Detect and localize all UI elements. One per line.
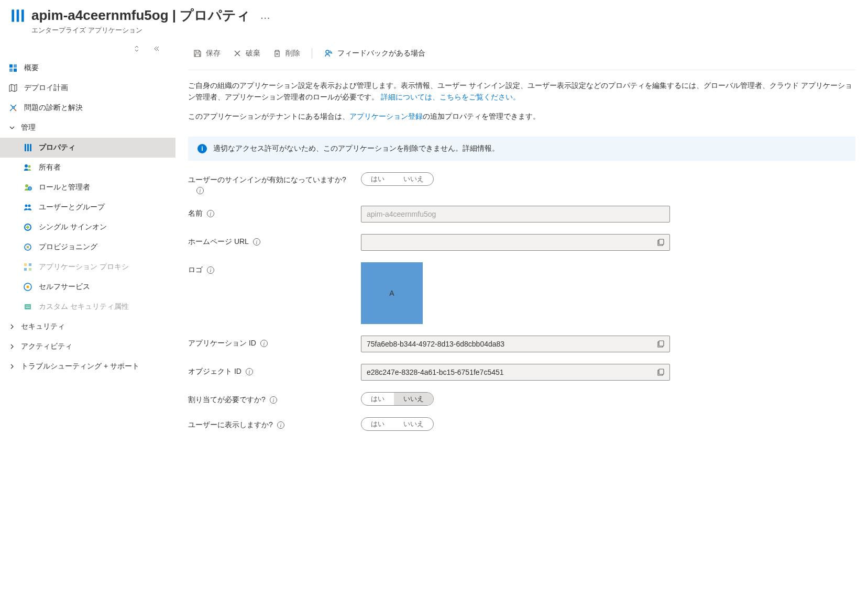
map-icon	[8, 83, 18, 93]
assignment-toggle: はい いいえ	[361, 392, 434, 406]
delete-button[interactable]: 削除	[268, 46, 305, 61]
sidebar-item-self-service[interactable]: セルフサービス	[0, 277, 175, 297]
sidebar-item-label: ロールと管理者	[39, 183, 90, 192]
info-icon[interactable]: i	[246, 368, 253, 375]
feedback-button[interactable]: フィードバックがある場合	[318, 46, 431, 61]
copy-button[interactable]	[654, 365, 668, 379]
properties-form: ユーザーのサインインが有効になっていますか? i はい いいえ 名前	[188, 172, 855, 431]
discard-button[interactable]: 破棄	[228, 46, 266, 61]
svg-rect-27	[26, 307, 30, 308]
sidebar-item-label: ユーザーとグループ	[39, 203, 105, 212]
sidebar-item-owners[interactable]: 所有者	[0, 158, 175, 177]
sidebar-group-manage[interactable]: 管理	[0, 118, 175, 138]
sidebar: 概要 デプロイ計画 問題の診断と解決 管理	[0, 39, 175, 590]
sidebar-group-security[interactable]: セキュリティ	[0, 317, 175, 337]
app-icon	[10, 8, 25, 23]
sidebar-item-label: プロパティ	[39, 143, 75, 152]
svg-rect-21	[24, 268, 27, 271]
sso-icon	[23, 222, 32, 232]
svg-rect-4	[14, 64, 17, 68]
sidebar-item-custom-security: カスタム セキュリティ属性	[0, 297, 175, 317]
sort-icon[interactable]	[134, 46, 140, 52]
sidebar-item-sso[interactable]: シングル サインオン	[0, 217, 175, 237]
svg-rect-26	[26, 306, 30, 306]
homepage-input[interactable]	[361, 234, 670, 251]
description-text: ご自身の組織のアプリケーション設定を表示および管理します。表示情報、ユーザー サ…	[188, 70, 855, 103]
svg-rect-0	[12, 9, 14, 21]
info-icon[interactable]: i	[207, 210, 214, 217]
trash-icon	[273, 49, 281, 58]
sidebar-item-deploy-plan[interactable]: デプロイ計画	[0, 78, 175, 98]
info-icon[interactable]: i	[270, 396, 277, 404]
svg-point-11	[28, 165, 31, 168]
svg-rect-30	[659, 341, 664, 346]
custom-sec-icon	[23, 302, 32, 311]
svg-rect-1	[17, 9, 19, 21]
info-icon[interactable]: i	[196, 187, 204, 194]
save-button[interactable]: 保存	[188, 46, 226, 61]
owners-icon	[23, 163, 32, 172]
learn-more-link[interactable]: 詳細については、こちらをご覧ください。	[381, 93, 520, 101]
logo-letter: A	[389, 289, 394, 297]
label-object-id: オブジェクト ID	[188, 367, 241, 376]
visible-toggle: はい いいえ	[361, 417, 434, 431]
app-proxy-icon	[23, 262, 32, 272]
toggle-no[interactable]: いいえ	[394, 173, 433, 185]
svg-point-15	[28, 205, 31, 207]
row-object-id: オブジェクト ID i	[188, 364, 855, 381]
app-id-input[interactable]	[361, 336, 670, 352]
label-signin: ユーザーのサインインが有効になっていますか?	[188, 175, 346, 185]
row-assignment-required: 割り当てが必要ですか? i はい いいえ	[188, 392, 855, 406]
sidebar-item-roles-admins[interactable]: ロールと管理者	[0, 177, 175, 197]
svg-point-24	[27, 286, 29, 288]
more-actions-button[interactable]: …	[257, 9, 273, 21]
main-content: 保存 破棄 削除	[175, 39, 868, 590]
svg-rect-2	[21, 9, 24, 21]
roles-icon	[23, 183, 32, 192]
svg-point-10	[25, 164, 28, 168]
page-title: apim-a4ceernmfu5og | プロパティ	[31, 6, 250, 25]
copy-button[interactable]	[654, 337, 668, 351]
toggle-no[interactable]: いいえ	[394, 418, 433, 430]
toggle-yes[interactable]: はい	[361, 173, 394, 185]
object-id-input[interactable]	[361, 364, 670, 381]
sidebar-item-diagnose[interactable]: 問題の診断と解決	[0, 98, 175, 118]
info-icon[interactable]: i	[253, 238, 260, 246]
feedback-icon	[324, 49, 333, 58]
row-signin-enabled: ユーザーのサインインが有効になっていますか? i はい いいえ	[188, 172, 855, 194]
diagnose-icon	[8, 103, 18, 113]
info-icon[interactable]: i	[207, 266, 214, 274]
row-homepage: ホームページ URL i	[188, 234, 855, 251]
info-icon[interactable]: i	[277, 421, 284, 429]
sidebar-group-troubleshoot[interactable]: トラブルシューティング + サポート	[0, 357, 175, 376]
svg-rect-3	[9, 64, 13, 68]
info-icon: i	[197, 144, 207, 153]
logo-preview[interactable]: A	[361, 262, 423, 324]
overview-icon	[8, 63, 18, 73]
svg-rect-25	[25, 304, 31, 309]
sidebar-item-users-groups[interactable]: ユーザーとグループ	[0, 197, 175, 217]
copy-button[interactable]	[654, 236, 668, 249]
svg-rect-5	[9, 69, 13, 72]
close-icon	[233, 49, 241, 58]
toggle-yes[interactable]: はい	[361, 418, 394, 430]
name-input[interactable]	[361, 206, 670, 222]
info-icon[interactable]: i	[260, 340, 268, 347]
sidebar-item-label: プロビジョニング	[39, 242, 97, 252]
sidebar-item-label: 問題の診断と解決	[24, 103, 83, 113]
page-subtitle: エンタープライズ アプリケーション	[31, 26, 273, 35]
collapse-icon[interactable]	[152, 46, 160, 52]
toggle-yes[interactable]: はい	[361, 393, 394, 405]
signin-toggle: はい いいえ	[361, 172, 434, 186]
app-registration-link[interactable]: アプリケーション登録	[349, 112, 423, 120]
sidebar-item-label: シングル サインオン	[39, 222, 107, 232]
toggle-no[interactable]: いいえ	[394, 393, 433, 405]
sidebar-item-properties[interactable]: プロパティ	[0, 138, 175, 158]
sidebar-item-provisioning[interactable]: プロビジョニング	[0, 237, 175, 257]
sidebar-item-overview[interactable]: 概要	[0, 58, 175, 78]
sidebar-group-activity[interactable]: アクティビティ	[0, 337, 175, 357]
svg-rect-20	[29, 263, 31, 266]
provisioning-icon	[23, 242, 32, 252]
info-banner: i 適切なアクセス許可がないため、このアプリケーションを削除できません。詳細情報…	[188, 137, 855, 161]
label-name: 名前	[188, 209, 203, 218]
